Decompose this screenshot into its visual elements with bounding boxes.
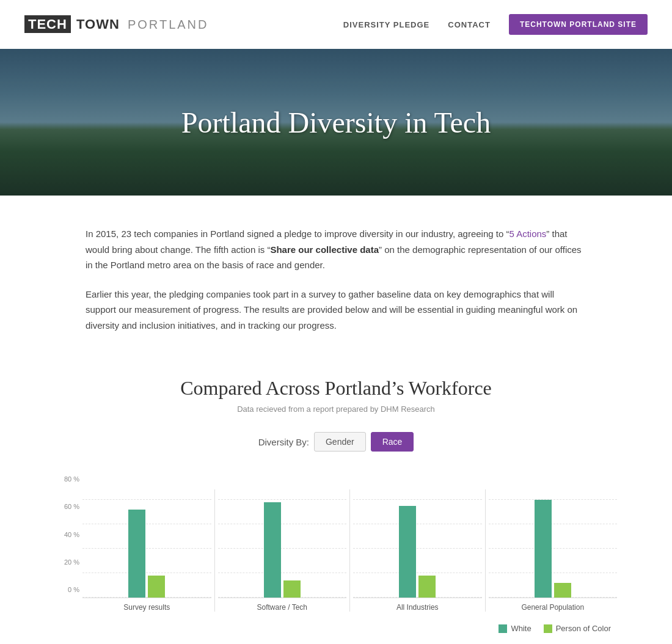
- legend-poc-label: Person of Color: [556, 624, 611, 633]
- bar-chart: 0 % 20 % 40 % 60 % 80 % Survey resultsSo…: [55, 476, 617, 612]
- tab-race[interactable]: Race: [371, 432, 414, 452]
- main-nav: DIVERSITY PLEDGE CONTACT TECHTOWN PORTLA…: [343, 14, 648, 35]
- chart-group-2: All Industries: [353, 476, 482, 612]
- white-bar-0: [128, 510, 145, 598]
- logo-town: TOWN: [76, 16, 120, 32]
- group-divider-2: [485, 489, 486, 612]
- diversity-by-label: Diversity By:: [258, 437, 309, 447]
- y-label-20: 20 %: [55, 559, 79, 566]
- chart-group-3: General Population: [489, 476, 618, 612]
- diversity-by-controls: Diversity By: Gender Race: [55, 432, 617, 452]
- logo-tech: TECH: [24, 15, 71, 33]
- chart-group-0: Survey results: [82, 476, 211, 612]
- diversity-pledge-link[interactable]: DIVERSITY PLEDGE: [343, 20, 429, 29]
- tab-gender[interactable]: Gender: [314, 432, 366, 452]
- bold-text-1: Share our collective data: [270, 244, 379, 255]
- site-button[interactable]: TECHTOWN PORTLAND SITE: [509, 14, 648, 35]
- chart-subtitle: Data recieved from a report prepared by …: [55, 404, 617, 414]
- legend-white-color: [499, 624, 507, 633]
- group-label-3: General Population: [521, 603, 584, 612]
- hero-title: Portland Diversity in Tech: [181, 106, 491, 139]
- y-label-0: 0 %: [55, 587, 79, 593]
- poc-bar-0: [148, 576, 165, 598]
- grid-lines: [489, 476, 618, 598]
- y-label-60: 60 %: [55, 503, 79, 510]
- poc-bar-3: [554, 583, 571, 598]
- dhm-research-link[interactable]: DHM Research: [381, 404, 435, 414]
- bars-container-1: [218, 476, 347, 598]
- bars-container-2: [353, 476, 482, 598]
- hero-section: Portland Diversity in Tech: [0, 49, 672, 196]
- group-label-0: Survey results: [123, 603, 170, 612]
- intro-paragraph-2: Earlier this year, the pledging companie…: [86, 287, 586, 334]
- chart-group-1: Software / Tech: [218, 476, 347, 612]
- white-bar-3: [535, 500, 552, 598]
- white-bar-1: [264, 502, 281, 598]
- main-content: In 2015, 23 tech companies in Portland s…: [73, 196, 599, 359]
- chart-legend: White Person of Color: [55, 624, 617, 633]
- legend-white: White: [499, 624, 531, 633]
- legend-white-label: White: [511, 624, 531, 633]
- y-axis: 0 % 20 % 40 % 60 % 80 %: [55, 476, 82, 612]
- y-label-80: 80 %: [55, 476, 79, 483]
- chart-title: Compared Across Portland’s Workforce: [55, 377, 617, 400]
- logo-portland: PORTLAND: [128, 18, 209, 31]
- group-divider-0: [214, 489, 215, 612]
- hero-title-container: Portland Diversity in Tech: [181, 106, 491, 139]
- contact-link[interactable]: CONTACT: [448, 20, 491, 29]
- poc-bar-1: [283, 580, 301, 598]
- group-label-1: Software / Tech: [257, 603, 308, 612]
- group-label-2: All Industries: [396, 603, 439, 612]
- five-actions-link[interactable]: 5 Actions: [509, 229, 546, 239]
- grid-lines: [82, 476, 211, 598]
- legend-poc: Person of Color: [544, 624, 611, 633]
- site-logo[interactable]: TECH TOWN PORTLAND: [24, 16, 209, 32]
- chart-section: Compared Across Portland’s Workforce Dat…: [43, 377, 629, 644]
- grid-lines: [353, 476, 482, 598]
- poc-bar-2: [418, 576, 436, 598]
- grid-lines: [218, 476, 347, 598]
- y-label-40: 40 %: [55, 532, 79, 538]
- intro-paragraph-1: In 2015, 23 tech companies in Portland s…: [86, 226, 586, 273]
- chart-bars-area: Survey resultsSoftware / TechAll Industr…: [82, 476, 617, 612]
- bars-container-3: [489, 476, 618, 598]
- bars-container-0: [82, 476, 211, 598]
- white-bar-2: [399, 506, 416, 598]
- group-divider-1: [349, 489, 350, 612]
- legend-poc-color: [544, 624, 552, 633]
